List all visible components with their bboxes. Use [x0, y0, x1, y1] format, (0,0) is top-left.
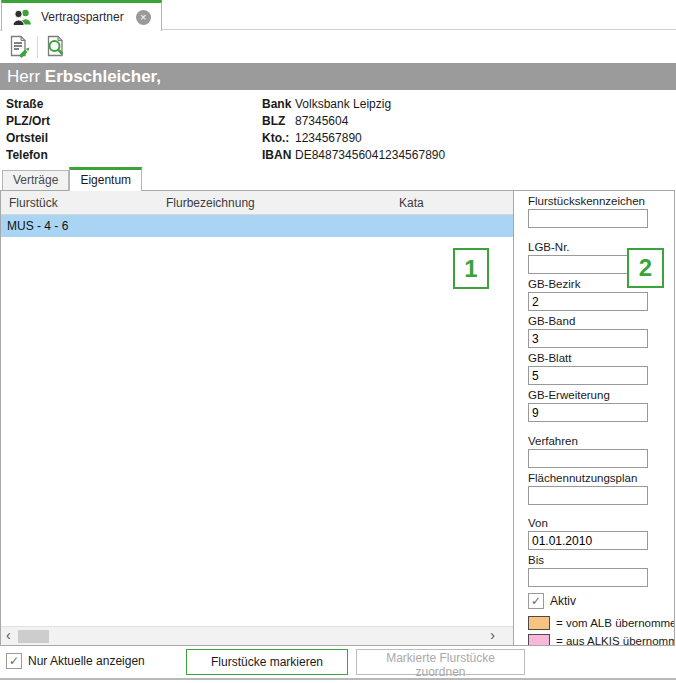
nur-aktuelle-checkbox[interactable]: ✓ [6, 653, 22, 669]
column-header-flurbezeichnung[interactable]: Flurbezeichnung [166, 191, 255, 215]
field-label: GB-Erweiterung [528, 389, 674, 402]
address-block: Straße PLZ/Ort Ortsteil Telefon [6, 97, 50, 165]
aktiv-label: Aktiv [550, 594, 576, 608]
field-label: IBAN [262, 148, 295, 162]
scroll-right-icon[interactable]: › [486, 627, 499, 646]
window-tab-strip: Vertragspartner × [0, 0, 676, 30]
field-label: PLZ/Ort [6, 114, 50, 128]
scroll-left-icon[interactable]: ‹ [2, 627, 15, 646]
bank-block: BankVolksbank Leipzig BLZ87345604 Kto.:1… [262, 97, 445, 165]
field-label: BLZ [262, 114, 295, 128]
flurstueckskennzeichen-input[interactable] [528, 209, 648, 228]
aktiv-checkbox-row: ✓ Aktiv [528, 593, 674, 609]
legend-alb: = vom ALB übernommen [528, 615, 674, 630]
aktiv-checkbox[interactable]: ✓ [528, 593, 544, 609]
field-label: Bis [528, 554, 674, 567]
toolbar [0, 31, 70, 62]
gb-erweiterung-input[interactable] [528, 403, 648, 422]
toolbar-separator [37, 36, 38, 58]
field-von: Von [528, 517, 674, 550]
flaechennutzungsplan-input[interactable] [528, 486, 648, 505]
bottom-bar: ✓ Nur Aktuelle anzeigen Flurstücke marki… [0, 648, 676, 680]
close-icon[interactable]: × [136, 10, 151, 25]
field-gb-band: GB-Band [528, 315, 674, 348]
callout-box-2: 2 [627, 248, 664, 288]
flurstueck-table: Flurstück Flurbezeichnung Kata MUS - 4 -… [1, 191, 514, 645]
detail-tabs: Verträge Eigentum [2, 167, 142, 191]
field-verfahren: Verfahren [528, 435, 674, 468]
field-label: Bank [262, 97, 295, 111]
flurstuecke-markieren-button[interactable]: Flurstücke markieren [186, 649, 348, 675]
gb-blatt-input[interactable] [528, 366, 648, 385]
horizontal-scrollbar[interactable]: ‹ › [1, 626, 513, 645]
tab-label: Vertragspartner [41, 10, 124, 24]
field-gb-blatt: GB-Blatt [528, 352, 674, 385]
eigentum-panel: Flurstück Flurbezeichnung Kata MUS - 4 -… [0, 190, 675, 646]
konto-value: 1234567890 [295, 131, 362, 145]
partner-name: Erbschleicher, [45, 67, 161, 86]
gb-bezirk-input[interactable] [528, 292, 648, 311]
callout-box-1: 1 [453, 248, 489, 289]
field-label: Flurstückskennzeichen [528, 195, 674, 208]
markierte-flurstuecke-zuordnen-button[interactable]: Markierte Flurstücke zuordnen [356, 649, 525, 675]
field-label: GB-Blatt [528, 352, 674, 365]
field-label: Flächennutzungsplan [528, 472, 674, 485]
tab-vertraege[interactable]: Verträge [2, 170, 69, 190]
von-input[interactable] [528, 531, 648, 550]
edit-document-icon [7, 35, 31, 59]
column-header-kataster[interactable]: Kata [399, 191, 424, 215]
field-label: Verfahren [528, 435, 674, 448]
tab-vertragspartner[interactable]: Vertragspartner × [1, 0, 162, 31]
scrollbar-thumb[interactable] [18, 630, 49, 643]
blz-value: 87345604 [295, 114, 348, 128]
alb-legend-label: = vom ALB übernommen [556, 617, 674, 629]
preview-document-icon [44, 35, 68, 59]
iban-value: DE84873456041234567890 [295, 148, 445, 162]
field-label: Straße [6, 97, 43, 111]
verfahren-input[interactable] [528, 449, 648, 468]
filter-checkbox-row: ✓ Nur Aktuelle anzeigen [6, 653, 145, 669]
alkis-legend-label: = aus ALKIS übernommen [556, 635, 674, 646]
field-bis: Bis [528, 554, 674, 587]
table-row[interactable]: MUS - 4 - 6 [1, 215, 513, 237]
bis-input[interactable] [528, 568, 648, 587]
preview-document-button[interactable] [42, 33, 70, 60]
field-flurstueckskennzeichen: Flurstückskennzeichen [528, 195, 674, 228]
alb-color-swatch [528, 616, 550, 630]
nur-aktuelle-label: Nur Aktuelle anzeigen [28, 654, 145, 668]
contacts-icon [11, 8, 33, 26]
gb-band-input[interactable] [528, 329, 648, 348]
field-label: Von [528, 517, 674, 530]
field-gb-erweiterung: GB-Erweiterung [528, 389, 674, 422]
alkis-color-swatch [528, 634, 550, 646]
field-label: Telefon [6, 148, 48, 162]
tab-eigentum[interactable]: Eigentum [69, 167, 142, 191]
column-header-flurstueck[interactable]: Flurstück [9, 191, 58, 215]
field-label: Kto.: [262, 131, 295, 145]
field-label: Ortsteil [6, 131, 48, 145]
field-flaechennutzungsplan: Flächennutzungsplan [528, 472, 674, 505]
bank-name: Volksbank Leipzig [295, 97, 391, 111]
table-header: Flurstück Flurbezeichnung Kata [1, 191, 513, 215]
partner-header: Herr Erbschleicher, [0, 63, 676, 90]
legend-alkis: = aus ALKIS übernommen [528, 633, 674, 645]
edit-document-button[interactable] [5, 33, 33, 60]
field-label: GB-Band [528, 315, 674, 328]
salutation: Herr [7, 67, 40, 86]
